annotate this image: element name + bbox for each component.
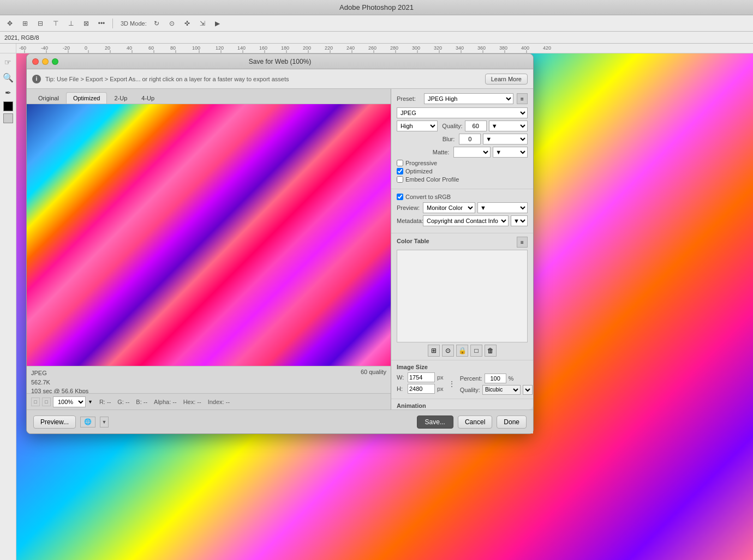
svg-text:20: 20 <box>105 45 110 51</box>
b-value: B: -- <box>136 399 147 405</box>
tab-original[interactable]: Original <box>31 92 66 104</box>
bottom-right: Save... Cancel Done <box>417 416 527 429</box>
embed-color-row: Embed Color Profile <box>397 176 528 183</box>
status-bar: 2021, RGB/8 <box>0 32 753 44</box>
svg-text:-40: -40 <box>41 45 48 51</box>
matte-select[interactable] <box>453 147 491 158</box>
3d-mode-label: 3D Mode: <box>121 20 147 27</box>
toolbar-align4[interactable]: ⊥ <box>65 18 76 29</box>
format-select[interactable]: JPEG <box>397 107 528 118</box>
foreground-color[interactable] <box>3 101 13 111</box>
ruler-container: -60 -40 -20 0 20 40 60 80 100 120 140 16… <box>0 44 753 53</box>
preview-button[interactable]: Preview... <box>33 416 76 429</box>
blur-dropdown[interactable]: ▼ <box>483 134 528 144</box>
ct-delete-btn[interactable]: 🗑 <box>485 345 497 357</box>
toolbar-more[interactable]: ••• <box>96 18 107 29</box>
quality-resize-label: Quality: <box>460 387 480 393</box>
svg-text:360: 360 <box>477 45 486 51</box>
metadata-row: Metadata: Copyright and Contact Info ▼ <box>397 215 528 226</box>
tab-optimized[interactable]: Optimized <box>66 92 107 104</box>
toolbar-align5[interactable]: ⊠ <box>81 18 92 29</box>
3d-pan[interactable]: ✜ <box>182 18 193 29</box>
tabs-bar: Original Optimized 2-Up 4-Up <box>27 89 391 104</box>
link-icon: ⋮ <box>448 380 456 388</box>
svg-text:320: 320 <box>434 45 442 51</box>
ct-lock-btn[interactable]: 🔒 <box>456 345 468 357</box>
eyedropper-tool[interactable]: ✒ <box>2 86 15 99</box>
embed-color-checkbox[interactable] <box>397 176 403 183</box>
matte-row: Matte: ▼ <box>397 147 528 158</box>
browser-select[interactable]: 🌐 <box>80 417 95 427</box>
progressive-checkbox[interactable] <box>397 160 403 166</box>
canvas-area: Save for Web (100%) i Tip: Use File > Ex… <box>16 53 753 560</box>
close-button[interactable] <box>32 58 39 65</box>
minimize-button[interactable] <box>42 58 49 65</box>
percent-input[interactable] <box>485 374 506 383</box>
3d-scale[interactable]: ▶ <box>212 18 223 29</box>
cancel-button[interactable]: Cancel <box>458 416 492 429</box>
height-input[interactable] <box>408 384 435 394</box>
svg-text:420: 420 <box>543 45 551 51</box>
width-input[interactable] <box>408 372 435 382</box>
ct-map-btn[interactable]: ⊞ <box>428 345 440 357</box>
zoom-tool[interactable]: 🔍 <box>2 71 15 84</box>
zoom-out-btn[interactable]: □ <box>31 398 40 406</box>
tab-4up[interactable]: 4-Up <box>134 92 162 104</box>
3d-rotate[interactable]: ↻ <box>151 18 162 29</box>
svg-text:200: 200 <box>303 45 311 51</box>
svg-text:300: 300 <box>412 45 420 51</box>
quality-preset-select[interactable]: High <box>397 121 438 131</box>
svg-text:40: 40 <box>127 45 132 51</box>
quality-input[interactable] <box>465 121 487 131</box>
app-title: Adobe Photoshop 2021 <box>339 3 414 11</box>
svg-text:220: 220 <box>325 45 333 51</box>
metadata-dropdown[interactable]: ▼ <box>511 215 528 226</box>
hand-tool[interactable]: ☞ <box>2 56 15 69</box>
tip-bar: i Tip: Use File > Export > Export As... … <box>27 69 533 89</box>
preview-dropdown[interactable]: ▼ <box>477 202 528 213</box>
optimized-checkbox[interactable] <box>397 168 403 174</box>
toolbar-divider <box>112 19 113 28</box>
percent-sign: % <box>509 375 514 382</box>
w-label: W: <box>397 374 405 381</box>
height-row: H: px <box>397 384 444 394</box>
quality-dropdown[interactable]: ▼ <box>489 121 528 131</box>
toolbar-move[interactable]: ✥ <box>4 18 15 29</box>
ct-web-btn[interactable]: ⊙ <box>442 345 454 357</box>
toolbar-align2[interactable]: ⊟ <box>35 18 46 29</box>
blur-input[interactable] <box>459 134 481 144</box>
alpha-value: Alpha: -- <box>154 399 177 405</box>
blur-row: Blur: ▼ <box>397 134 528 144</box>
browser-dropdown[interactable]: ▼ <box>100 417 109 427</box>
3d-roll[interactable]: ⊙ <box>166 18 177 29</box>
matte-dropdown[interactable]: ▼ <box>493 147 528 158</box>
tip-text: Tip: Use File > Export > Export As... or… <box>45 76 481 82</box>
quality-resize-select[interactable]: Bicubic <box>482 385 521 395</box>
preset-menu-btn[interactable]: ≡ <box>517 93 528 104</box>
toolbar-align3[interactable]: ⊤ <box>50 18 61 29</box>
convert-srgb-checkbox[interactable] <box>397 194 403 200</box>
bottom-left: Preview... 🌐 ▼ <box>33 416 109 429</box>
svg-text:140: 140 <box>237 45 246 51</box>
tab-2up[interactable]: 2-Up <box>107 92 134 104</box>
zoom-in-btn[interactable]: □ <box>42 398 51 406</box>
svg-text:60: 60 <box>148 45 154 51</box>
preset-row: Preset: JPEG High ≡ <box>397 93 528 104</box>
done-button[interactable]: Done <box>497 416 527 429</box>
zoom-select[interactable]: 100% 50% 200% <box>53 396 86 407</box>
3d-slide[interactable]: ⇲ <box>197 18 208 29</box>
metadata-select[interactable]: Copyright and Contact Info <box>423 215 509 226</box>
maximize-button[interactable] <box>52 58 58 65</box>
color-table-menu[interactable]: ≡ <box>517 237 528 248</box>
right-panel: Preset: JPEG High ≡ JPEG <box>391 89 533 410</box>
save-button[interactable]: Save... <box>417 416 453 429</box>
mask-tool[interactable] <box>3 113 13 123</box>
preset-select[interactable]: JPEG High <box>424 93 513 104</box>
preview-image <box>27 104 391 366</box>
learn-more-button[interactable]: Learn More <box>485 74 528 85</box>
preview-select[interactable]: Monitor Color <box>423 202 475 213</box>
toolbar-align1[interactable]: ⊞ <box>20 18 31 29</box>
ct-add-btn[interactable]: □ <box>470 345 482 357</box>
quality-resize-dropdown[interactable]: ▼ <box>523 385 533 395</box>
format-row: JPEG <box>397 107 528 118</box>
